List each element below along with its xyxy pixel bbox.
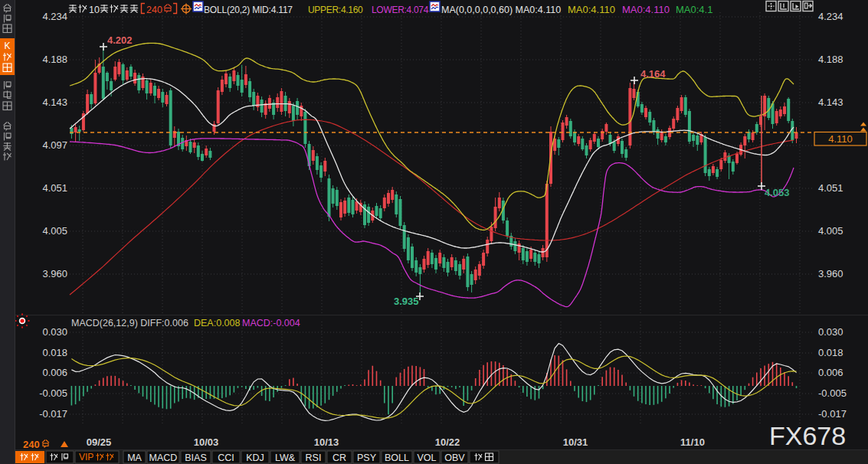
svg-text:10/22: 10/22 xyxy=(435,436,460,448)
svg-text:4.005: 4.005 xyxy=(42,225,67,237)
svg-text:RSI: RSI xyxy=(306,453,322,463)
svg-text:CCI: CCI xyxy=(218,453,234,463)
svg-text:VIP: VIP xyxy=(79,452,93,462)
svg-text:4.234: 4.234 xyxy=(818,11,843,22)
svg-text:-0.017: -0.017 xyxy=(39,408,67,420)
svg-text:11/10: 11/10 xyxy=(680,436,705,448)
svg-text:MA(0,0,0,0,0,60) MA0:4.110: MA(0,0,0,0,0,60) MA0:4.110 xyxy=(441,5,561,15)
svg-text:4.051: 4.051 xyxy=(818,182,843,194)
svg-text:BOLL(20,2) MID:4.117: BOLL(20,2) MID:4.117 xyxy=(204,5,293,15)
svg-text:DEA:0.008: DEA:0.008 xyxy=(194,318,241,328)
svg-text:KDJ: KDJ xyxy=(246,453,264,463)
svg-text:MA0:4.1: MA0:4.1 xyxy=(676,4,712,15)
svg-text:4.053: 4.053 xyxy=(765,187,790,198)
svg-text:MACD: MACD xyxy=(149,453,178,463)
svg-text:MACD(26,12,9) DIFF:0.006: MACD(26,12,9) DIFF:0.006 xyxy=(71,318,188,328)
svg-text:BIAS: BIAS xyxy=(185,453,207,463)
svg-text:MACD:-0.004: MACD:-0.004 xyxy=(242,318,300,328)
svg-text:240: 240 xyxy=(146,5,162,15)
svg-text:0.030: 0.030 xyxy=(818,326,843,338)
svg-text:3.960: 3.960 xyxy=(42,268,67,279)
svg-text:4.202: 4.202 xyxy=(107,34,133,46)
svg-text:0.030: 0.030 xyxy=(42,326,67,338)
svg-text:FX678: FX678 xyxy=(769,421,846,450)
svg-text:MA0:4.110: MA0:4.110 xyxy=(568,4,615,15)
svg-text:4.110: 4.110 xyxy=(828,133,853,145)
svg-text:4.097: 4.097 xyxy=(42,139,67,151)
svg-text:0.006: 0.006 xyxy=(42,367,67,378)
svg-text:BOLL: BOLL xyxy=(385,453,409,463)
svg-text:4.234: 4.234 xyxy=(42,11,67,22)
svg-text:PSY: PSY xyxy=(357,453,377,463)
svg-text:4.143: 4.143 xyxy=(818,96,843,108)
svg-text:10: 10 xyxy=(89,5,100,15)
svg-text:3.935: 3.935 xyxy=(394,296,419,307)
svg-text:0.018: 0.018 xyxy=(42,347,67,358)
svg-text:4.188: 4.188 xyxy=(42,54,67,65)
svg-text:240: 240 xyxy=(23,439,40,450)
svg-text:3.960: 3.960 xyxy=(818,268,843,279)
svg-text:VOL: VOL xyxy=(417,453,436,463)
svg-text:09/25: 09/25 xyxy=(87,436,112,448)
svg-text:4.164: 4.164 xyxy=(640,68,666,80)
svg-text:10/03: 10/03 xyxy=(194,436,219,448)
svg-text:4.051: 4.051 xyxy=(42,182,67,194)
svg-text:-0.005: -0.005 xyxy=(39,387,67,399)
svg-text:0.006: 0.006 xyxy=(818,367,843,378)
svg-text:CR: CR xyxy=(332,453,346,463)
svg-text:MA: MA xyxy=(127,453,142,463)
svg-text:LW&: LW& xyxy=(275,453,296,463)
svg-text:-0.005: -0.005 xyxy=(818,387,847,399)
svg-text:4.005: 4.005 xyxy=(818,225,843,237)
svg-text:LOWER:4.074: LOWER:4.074 xyxy=(372,5,429,15)
svg-text:MA0:4.110: MA0:4.110 xyxy=(622,4,670,15)
svg-text:0.018: 0.018 xyxy=(818,347,843,358)
svg-text:K: K xyxy=(4,41,10,51)
svg-text:-0.017: -0.017 xyxy=(818,408,847,420)
svg-text:UPPER:4.160: UPPER:4.160 xyxy=(308,5,363,15)
svg-text:4.188: 4.188 xyxy=(818,54,843,65)
svg-text:4.143: 4.143 xyxy=(42,96,67,108)
svg-text:OBV: OBV xyxy=(444,453,465,463)
svg-text:10/31: 10/31 xyxy=(563,436,588,448)
svg-text:10/13: 10/13 xyxy=(314,436,339,448)
